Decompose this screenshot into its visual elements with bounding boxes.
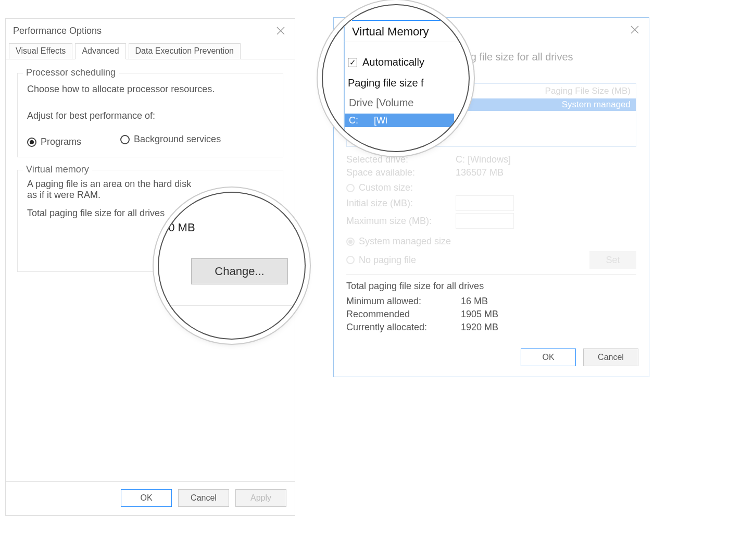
performance-options-titlebar: Performance Options [6, 19, 295, 43]
magnified-auto-label: Automatically [362, 56, 424, 68]
magnified-drive-row-drive: C: [349, 115, 358, 126]
radio-background-services[interactable]: Background services [120, 134, 221, 145]
system-managed-label: System managed size [359, 236, 451, 247]
selected-drive-label: Selected drive: [346, 154, 450, 165]
custom-size-label: Custom size: [359, 182, 413, 193]
magnified-drive-header: Drive [Volume [349, 97, 414, 109]
radio-icon [27, 138, 36, 147]
radio-programs-label: Programs [41, 136, 81, 147]
no-paging-label: No paging file [359, 255, 416, 266]
paging-totals-group: Total paging file size for all drives Mi… [346, 274, 636, 333]
min-allowed-label: Minimum allowed: [346, 296, 456, 307]
radio-background-label: Background services [134, 134, 221, 145]
adjust-for-label: Adjust for best performance of: [27, 110, 273, 121]
performance-options-footer: OK Cancel Apply [6, 481, 295, 515]
apply-button[interactable]: Apply [235, 489, 286, 507]
magnified-vm-title: Virtual Memory [352, 20, 454, 39]
checkbox-icon [348, 58, 357, 67]
recommended-label: Recommended [346, 309, 456, 320]
tab-visual-effects[interactable]: Visual Effects [9, 43, 72, 59]
virtual-memory-footer: OK Cancel [334, 340, 649, 377]
processor-scheduling-group: Processor scheduling Choose how to alloc… [17, 73, 283, 157]
selected-drive-value: C: [Windows] [456, 154, 511, 165]
virtual-memory-legend: Virtual memory [23, 164, 92, 175]
drive-list-item-size: System managed [562, 99, 631, 110]
space-available-label: Space available: [346, 167, 450, 178]
initial-size-input[interactable] [456, 195, 514, 211]
cancel-button[interactable]: Cancel [178, 489, 229, 507]
magnified-drive-row[interactable]: C: [Wi [345, 114, 454, 127]
recommended-value: 1905 MB [461, 309, 498, 320]
currently-allocated-value: 1920 MB [461, 322, 498, 333]
radio-icon [346, 184, 355, 192]
initial-size-label: Initial size (MB): [346, 198, 450, 209]
magnifier-change-button: 20 MB Change... [159, 193, 305, 339]
paging-totals-legend: Total paging file size for all drives [346, 281, 636, 292]
close-icon[interactable] [274, 24, 287, 38]
magnified-drive-row-vol: [Wi [374, 115, 387, 126]
tab-dep[interactable]: Data Execution Prevention [129, 43, 241, 59]
performance-options-title: Performance Options [13, 26, 102, 36]
cancel-button[interactable]: Cancel [583, 349, 638, 366]
performance-tabs: Visual Effects Advanced Data Execution P… [6, 43, 295, 59]
maximum-size-input[interactable] [456, 213, 514, 229]
magnified-auto-checkbox[interactable]: Automatically [348, 56, 424, 68]
min-allowed-value: 16 MB [461, 296, 488, 307]
magnified-paging-label: Paging file size f [348, 77, 424, 89]
ok-button[interactable]: OK [521, 349, 576, 366]
change-button[interactable]: Change... [191, 258, 288, 284]
radio-icon [120, 135, 130, 144]
currently-allocated-label: Currently allocated: [346, 322, 456, 333]
maximum-size-label: Maximum size (MB): [346, 216, 450, 227]
radio-icon [346, 238, 355, 246]
radio-icon [346, 256, 355, 264]
radio-programs[interactable]: Programs [27, 136, 81, 147]
magnifier-virtual-memory-header: Virtual Memory Automatically Paging file… [323, 5, 469, 151]
set-button[interactable]: Set [589, 251, 636, 269]
processor-scheduling-legend: Processor scheduling [23, 67, 119, 78]
ok-button[interactable]: OK [121, 489, 172, 507]
drive-list-header-size: Paging File Size (MB) [545, 86, 631, 96]
virtual-memory-desc-line1: A paging file is an area on the hard dis… [27, 179, 273, 190]
processor-scheduling-description: Choose how to allocate processor resourc… [27, 84, 273, 95]
space-available-value: 136507 MB [456, 167, 504, 178]
tab-advanced[interactable]: Advanced [75, 43, 125, 59]
close-icon[interactable] [628, 23, 642, 36]
